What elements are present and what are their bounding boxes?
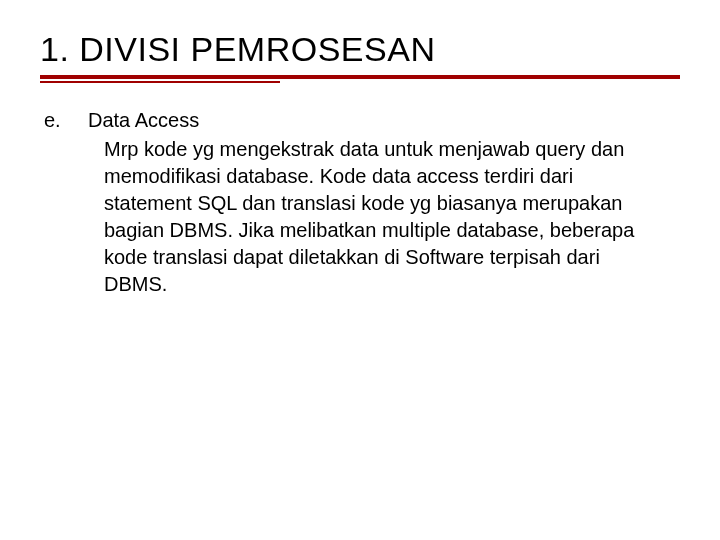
item-description: Mrp kode yg mengekstrak data untuk menja… (104, 136, 664, 298)
slide-title: 1. DIVISI PEMROSESAN (40, 30, 680, 69)
item-heading: Data Access (88, 107, 680, 134)
divider-accent (40, 81, 280, 83)
content-body: Data Access Mrp kode yg mengekstrak data… (88, 107, 680, 298)
slide: 1. DIVISI PEMROSESAN e. Data Access Mrp … (0, 0, 720, 540)
divider (40, 75, 680, 83)
list-marker: e. (44, 107, 88, 134)
content-row: e. Data Access Mrp kode yg mengekstrak d… (40, 107, 680, 298)
